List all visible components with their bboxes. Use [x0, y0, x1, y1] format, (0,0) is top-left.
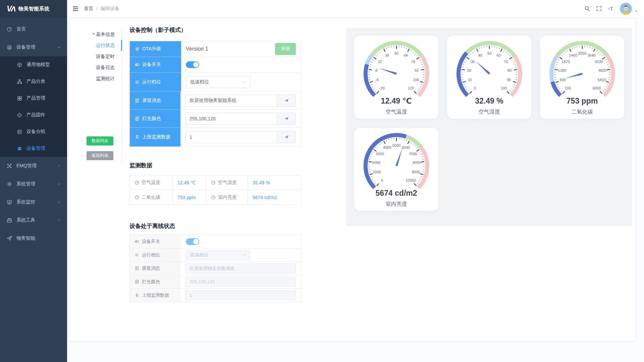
- fullscreen-icon[interactable]: [596, 6, 602, 11]
- sidebar-item[interactable]: 物美智能: [0, 229, 67, 247]
- offline-row: 屏显消息欢迎使用物美智能系统: [130, 262, 301, 275]
- sidebar-subitem[interactable]: 设备管理: [0, 140, 67, 157]
- svg-text:30: 30: [471, 60, 475, 64]
- device-tab[interactable]: 运行状态: [69, 40, 121, 51]
- avatar[interactable]: [620, 3, 632, 15]
- svg-text:8000: 8000: [412, 161, 420, 165]
- svg-text:8: 8: [375, 68, 377, 72]
- svg-text:-6: -6: [375, 78, 379, 82]
- sidebar-subitem[interactable]: 通用物模型: [0, 56, 67, 73]
- sidebar-item[interactable]: 系统工具: [0, 211, 67, 229]
- offline-row-label-text: 灯光颜色: [142, 279, 160, 285]
- shadow-row-label: 上报监测数据: [130, 128, 180, 146]
- sidebar-item[interactable]: EMQ管理: [0, 157, 67, 175]
- svg-text:0: 0: [474, 86, 476, 90]
- send-button[interactable]: [277, 131, 296, 143]
- shadow-row-label-text: 上报监测数据: [142, 134, 170, 140]
- device-switch-toggle[interactable]: [186, 61, 199, 68]
- gauge-title: 空气温度: [386, 109, 407, 116]
- send-button[interactable]: [277, 113, 296, 125]
- chevron-down-icon: [57, 218, 61, 222]
- font-size-icon[interactable]: TT: [608, 6, 614, 12]
- device-tab-label: 基本信息: [96, 32, 115, 38]
- group-icon: [17, 129, 22, 134]
- send-button[interactable]: [277, 95, 296, 107]
- svg-text:22: 22: [378, 60, 382, 64]
- sidebar-item-label: 系统监控: [16, 199, 57, 205]
- gauge-card: 010203040506070809010032.49 %空气湿度: [447, 35, 532, 119]
- shadow-text-input[interactable]: [185, 95, 277, 107]
- monitor-label-text: 空气湿度: [218, 180, 237, 186]
- upgrade-button[interactable]: 升级: [275, 43, 296, 55]
- offline-row-content: 高速档位: [181, 248, 301, 262]
- sidebar-item[interactable]: 系统监控: [0, 193, 67, 211]
- firmware-version-text: Version 1: [186, 46, 208, 52]
- gauge-chart: -20-68223650647892106120: [358, 40, 435, 99]
- sidebar-item[interactable]: 设备管理: [0, 38, 67, 56]
- svg-text:80: 80: [507, 68, 512, 72]
- gauge-value: 32.49 %: [475, 97, 503, 106]
- device-tab[interactable]: 设备定时: [69, 51, 121, 62]
- run-gear-select[interactable]: 低速档位: [186, 76, 250, 88]
- input-group: [185, 131, 296, 143]
- chevron-down-icon: [243, 80, 247, 84]
- list-icon: [135, 253, 139, 257]
- shadow-row: 设备开关: [130, 57, 301, 73]
- shadow-row-content: [180, 128, 301, 146]
- gauge-value: 12.49 ℃: [381, 97, 412, 106]
- svg-text:1870: 1870: [561, 60, 570, 64]
- breadcrumb-home[interactable]: 首页: [84, 6, 93, 12]
- device-tab-label: 运行状态: [96, 43, 115, 49]
- back-to-list-button[interactable]: 返回列表: [87, 151, 113, 160]
- offline-row-label: 设备开关: [130, 235, 181, 248]
- shadow-row-content: [181, 57, 301, 73]
- search-icon[interactable]: [584, 6, 590, 11]
- device-tab[interactable]: 设备日志: [69, 62, 121, 73]
- monitor-label-text: 二氧化碳: [142, 194, 160, 200]
- sidebar-collapse-icon[interactable]: [72, 6, 78, 12]
- dashboard-icon: [7, 26, 12, 32]
- shadow-text-input[interactable]: [185, 131, 277, 143]
- sidebar-submenu: 通用物模型产品分类产品管理产品固件设备分组设备管理: [0, 56, 67, 157]
- shadow-row: 上报监测数据: [130, 128, 301, 146]
- emq-icon: [7, 163, 12, 169]
- gauge-icon: [211, 195, 216, 200]
- monitor-value: 32.49 %: [248, 176, 301, 190]
- shadow-row-label-text: 灯光颜色: [142, 116, 161, 122]
- monitor-label: 空气湿度: [206, 176, 248, 190]
- monitor-panel-title: 监测数据: [129, 162, 301, 169]
- sidebar-subitem[interactable]: 设备分组: [0, 123, 67, 140]
- gauge-value: 5674 cd/m2: [375, 189, 417, 198]
- svg-text:T: T: [610, 6, 613, 11]
- device-tab[interactable]: 监测统计: [69, 73, 121, 84]
- monitor-label: 二氧化碳: [130, 190, 173, 204]
- gauge-card: 0100020003000400050006000700080009000100…: [354, 127, 439, 211]
- offline-row: 运行档位高速档位: [130, 248, 301, 262]
- svg-text:60: 60: [496, 53, 500, 57]
- offline-row-label: 上报监测数据: [130, 289, 180, 302]
- monitor-value: 753 ppm: [173, 190, 206, 204]
- svg-text:3050: 3050: [578, 51, 586, 55]
- offline-row: 上报监测数据1: [130, 289, 301, 302]
- svg-text:90: 90: [506, 78, 511, 82]
- sidebar-subitem[interactable]: 产品管理: [0, 90, 67, 107]
- shadow-text-input[interactable]: [185, 113, 277, 125]
- sidebar-item[interactable]: 首页: [0, 20, 67, 38]
- shadow-row-content: 低速档位: [181, 73, 301, 92]
- sidebar-item-label: 设备管理: [16, 44, 57, 50]
- breadcrumb-separator: /: [96, 6, 98, 11]
- gauge-chart: 1006901280187024603050364042304820541060…: [544, 40, 621, 99]
- sidebar-item-label: 首页: [16, 26, 61, 32]
- data-sync-button[interactable]: 数据同步: [87, 136, 113, 145]
- doc-icon: [135, 266, 139, 270]
- svg-text:5000: 5000: [392, 143, 400, 147]
- doc-icon: [135, 116, 140, 121]
- sidebar-item[interactable]: 系统管理: [0, 175, 67, 193]
- sidebar-subitem[interactable]: 产品分类: [0, 73, 67, 90]
- device-tab[interactable]: *基本信息: [69, 29, 121, 40]
- monitor-label: 空气温度: [130, 176, 173, 190]
- svg-text:1000: 1000: [373, 170, 381, 174]
- shadow-row-label: 设备开关: [130, 57, 181, 73]
- sidebar-subitem[interactable]: 产品固件: [0, 107, 67, 123]
- caret-down-icon[interactable]: [635, 8, 638, 14]
